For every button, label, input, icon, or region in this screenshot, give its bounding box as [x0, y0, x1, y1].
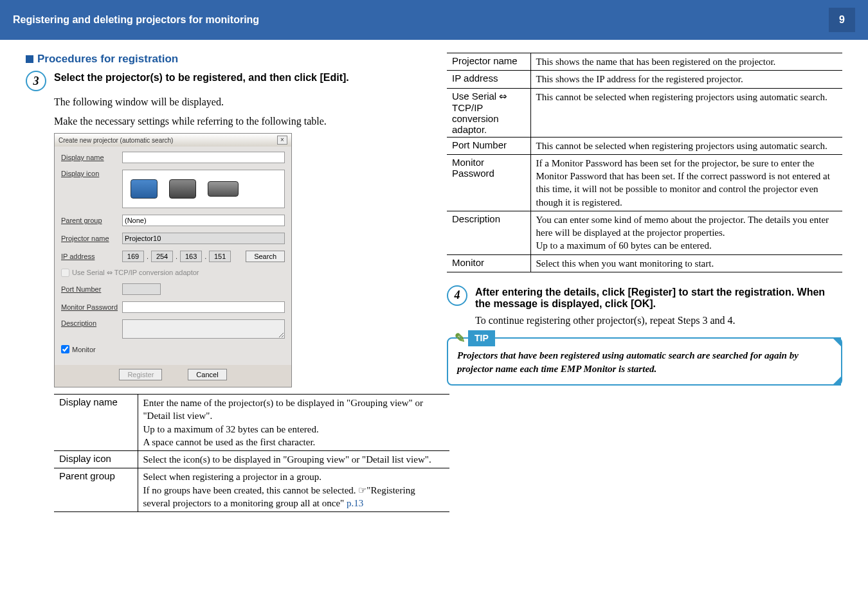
- projector-icon[interactable]: [131, 179, 158, 199]
- field-key: Display icon: [54, 451, 138, 468]
- step-3-title: Select the projector(s) to be registered…: [54, 71, 349, 91]
- use-serial-row: Use Serial ⇔ TCP/IP conversion adaptor: [61, 269, 285, 277]
- cancel-button[interactable]: Cancel: [188, 369, 226, 380]
- port-number-input: [122, 283, 161, 295]
- ip-seg-4: [209, 251, 231, 262]
- field-key: Monitor: [447, 254, 530, 272]
- left-column: Procedures for registration 3 Select the…: [26, 53, 421, 512]
- field-key: IP address: [447, 71, 530, 88]
- projector-icon[interactable]: [208, 181, 239, 197]
- header-title: Registering and deleting projectors for …: [13, 14, 259, 26]
- tip-text: Projectors that have been registered usi…: [457, 350, 799, 373]
- page-link[interactable]: p.13: [347, 498, 363, 508]
- step-4-row: 4 After entering the details, click [Reg…: [447, 285, 842, 310]
- step-number-3: 3: [26, 71, 46, 91]
- field-key: Description: [447, 211, 530, 254]
- dialog-title: Create new projector (automatic search): [59, 137, 173, 144]
- table-row: Projector nameThis shows the name that h…: [447, 53, 842, 71]
- field-value: This shows the IP address for the regist…: [530, 71, 842, 88]
- ip-seg-1: [122, 251, 144, 262]
- display-icon-picker[interactable]: [122, 170, 285, 208]
- monitor-password-input[interactable]: [122, 301, 285, 313]
- label-parent-group: Parent group: [61, 217, 122, 224]
- field-key: Monitor Password: [447, 154, 530, 211]
- label-display-icon: Display icon: [61, 170, 122, 177]
- field-key: Parent group: [54, 468, 138, 512]
- field-key: Use Serial ⇔ TCP/IP conversion adaptor.: [447, 88, 530, 137]
- field-value: If a Monitor Password has been set for t…: [530, 154, 842, 211]
- dialog-screenshot: Create new projector (automatic search) …: [54, 133, 292, 387]
- square-bullet-icon: [26, 55, 33, 63]
- step-4-title: After entering the details, click [Regis…: [475, 285, 842, 310]
- monitor-checkbox[interactable]: [61, 345, 69, 353]
- projector-icon[interactable]: [169, 179, 196, 199]
- section-title: Procedures for registration: [37, 53, 178, 66]
- tip-corner-icon: [832, 337, 841, 346]
- field-table-right: Projector nameThis shows the name that h…: [447, 53, 842, 272]
- label-projector-name: Projector name: [61, 235, 122, 242]
- use-serial-checkbox: [61, 269, 69, 277]
- label-monitor: Monitor: [72, 346, 96, 353]
- table-row: Port NumberThis cannot be selected when …: [447, 137, 842, 154]
- content: Procedures for registration 3 Select the…: [0, 40, 868, 525]
- tip-hand-icon: ✎: [455, 330, 466, 347]
- step-3-line2: Make the necessary settings while referr…: [54, 114, 421, 129]
- table-row: IP addressThis shows the IP address for …: [447, 71, 842, 88]
- label-display-name: Display name: [61, 154, 122, 161]
- right-column: Projector nameThis shows the name that h…: [447, 53, 842, 512]
- search-button[interactable]: Search: [246, 251, 285, 262]
- field-value: Select this when you want monitoring to …: [530, 254, 842, 272]
- label-ip-address: IP address: [61, 253, 122, 260]
- field-value: Select the icon(s) to be displayed in "G…: [138, 451, 449, 468]
- field-value: Enter the name of the projector(s) to be…: [138, 395, 449, 451]
- table-row: Display icon Select the icon(s) to be di…: [54, 451, 449, 468]
- step-4-line1: To continue registering other projector(…: [475, 314, 842, 328]
- table-row: Parent group Select when registering a p…: [54, 468, 449, 512]
- field-key: Port Number: [447, 137, 530, 154]
- field-value: This cannot be selected when registering…: [530, 88, 842, 137]
- header-bar: Registering and deleting projectors for …: [0, 0, 868, 40]
- step-3-line1: The following window will be displayed.: [54, 95, 421, 109]
- label-monitor-password: Monitor Password: [61, 303, 122, 311]
- register-button[interactable]: Register: [119, 369, 162, 380]
- field-key: Projector name: [447, 53, 530, 71]
- ip-seg-2: [151, 251, 173, 262]
- ip-seg-3: [180, 251, 202, 262]
- section-heading: Procedures for registration: [26, 53, 421, 66]
- table-row: Use Serial ⇔ TCP/IP conversion adaptor.T…: [447, 88, 842, 137]
- description-input[interactable]: [122, 319, 285, 339]
- label-use-serial: Use Serial ⇔ TCP/IP conversion adaptor: [72, 269, 199, 277]
- step-number-4: 4: [447, 285, 467, 306]
- field-value: Select when registering a projector in a…: [138, 468, 449, 512]
- table-row: MonitorSelect this when you want monitor…: [447, 254, 842, 272]
- field-key: Display name: [54, 395, 138, 451]
- table-row: Display name Enter the name of the proje…: [54, 395, 449, 451]
- table-row: Monitor PasswordIf a Monitor Password ha…: [447, 154, 842, 211]
- field-value: This shows the name that has been regist…: [530, 53, 842, 71]
- field-table-left: Display name Enter the name of the proje…: [54, 394, 449, 512]
- page-number: 9: [829, 8, 855, 32]
- label-port-number: Port Number: [61, 285, 122, 293]
- label-description: Description: [61, 319, 122, 327]
- display-name-input[interactable]: [122, 152, 285, 163]
- close-icon[interactable]: ×: [277, 136, 287, 145]
- table-row: DescriptionYou can enter some kind of me…: [447, 211, 842, 254]
- field-value: This cannot be selected when registering…: [530, 137, 842, 154]
- tip-box: ✎ TIP Projectors that have been register…: [447, 337, 842, 386]
- parent-group-select[interactable]: [122, 215, 285, 226]
- field-value: You can enter some kind of memo about th…: [530, 211, 842, 254]
- dialog-titlebar: Create new projector (automatic search) …: [55, 134, 291, 147]
- tip-label: TIP: [468, 330, 495, 346]
- step-3-row: 3 Select the projector(s) to be register…: [26, 71, 421, 91]
- tip-corner-icon: [832, 377, 841, 386]
- projector-name-input: [122, 233, 285, 244]
